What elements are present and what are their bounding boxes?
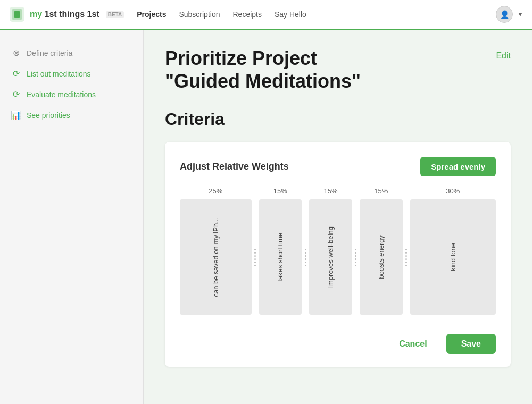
weight-bar-4[interactable]: kind tone [410, 199, 496, 315]
priorities-icon: 📊 [11, 110, 21, 120]
sidebar-item-evaluate[interactable]: ⟳ Evaluate meditations [0, 84, 143, 105]
weight-pct-2: 15% [324, 187, 338, 195]
page-header: Prioritize Project "Guided Meditations" … [165, 47, 511, 92]
nav-links: Projects Subscription Receipts Say Hello [137, 10, 496, 19]
nav-receipts[interactable]: Receipts [232, 10, 261, 19]
weight-pct-0: 25% [209, 187, 222, 195]
weight-bar-0[interactable]: can be saved on my iPh... [180, 199, 252, 315]
spread-evenly-button[interactable]: Spread evenly [420, 157, 496, 176]
card-footer: Cancel Save [180, 327, 496, 354]
define-criteria-icon: ⊗ [11, 48, 21, 58]
weight-label-2: improves well-being [322, 222, 339, 292]
list-meditations-icon: ⟳ [11, 69, 21, 79]
drag-handle-0[interactable] [252, 187, 259, 315]
app-logo [9, 6, 26, 23]
weight-pct-1: 15% [273, 187, 287, 195]
page-title: Prioritize Project "Guided Meditations" [165, 47, 361, 92]
svg-rect-2 [14, 11, 20, 18]
save-button[interactable]: Save [446, 334, 496, 354]
section-title: Criteria [165, 110, 511, 129]
main-layout: ⊗ Define criteria ⟳ List out meditations… [0, 30, 532, 404]
weight-label-4: kind tone [445, 239, 461, 275]
drag-handle-2[interactable] [352, 187, 360, 315]
nav-subscription[interactable]: Subscription [179, 10, 220, 19]
weight-column-2: 15%improves well-being [309, 187, 352, 315]
drag-handle-1[interactable] [302, 187, 309, 315]
sidebar-item-label-evaluate: Evaluate meditations [27, 90, 96, 99]
criteria-card: Adjust Relative Weights Spread evenly 25… [165, 142, 511, 367]
sidebar-item-label-list: List out meditations [27, 70, 91, 78]
sidebar-item-label-priorities: See priorities [27, 111, 70, 120]
evaluate-icon: ⟳ [11, 89, 21, 99]
sidebar-item-define-criteria[interactable]: ⊗ Define criteria [0, 43, 143, 63]
weight-label-0: can be saved on my iPh... [207, 213, 224, 301]
weight-label-1: takes short time [272, 229, 288, 286]
weight-column-0: 25%can be saved on my iPh... [180, 187, 252, 315]
brand-label: my 1st things 1st [30, 10, 99, 19]
nav-say-hello[interactable]: Say Hello [275, 10, 306, 19]
cancel-button[interactable]: Cancel [388, 334, 437, 354]
sidebar-item-label-define: Define criteria [27, 49, 72, 57]
weight-pct-4: 30% [446, 187, 460, 195]
logo-area: my 1st things 1st BETA [9, 6, 124, 23]
nav-projects[interactable]: Projects [137, 10, 166, 19]
user-avatar[interactable]: 👤 [496, 6, 513, 23]
main-content: Prioritize Project "Guided Meditations" … [144, 30, 532, 404]
weight-label-3: boosts energy [373, 231, 389, 283]
beta-badge: BETA [106, 11, 124, 18]
sidebar-item-priorities[interactable]: 📊 See priorities [0, 105, 143, 125]
user-menu-arrow[interactable]: ▼ [517, 11, 523, 18]
weight-column-4: 30%kind tone [410, 187, 496, 315]
weight-pct-3: 15% [374, 187, 388, 195]
weight-bar-2[interactable]: improves well-being [309, 199, 352, 315]
sidebar-item-list-meditations[interactable]: ⟳ List out meditations [0, 63, 143, 84]
weight-bar-3[interactable]: boosts energy [360, 199, 403, 315]
edit-link[interactable]: Edit [496, 47, 511, 61]
weight-bar-1[interactable]: takes short time [259, 199, 302, 315]
drag-handle-3[interactable] [403, 187, 410, 315]
sidebar: ⊗ Define criteria ⟳ List out meditations… [0, 30, 144, 404]
adjust-weights-label: Adjust Relative Weights [180, 161, 289, 172]
weight-column-1: 15%takes short time [259, 187, 302, 315]
top-nav: my 1st things 1st BETA Projects Subscrip… [0, 0, 532, 30]
nav-right: 👤 ▼ [496, 6, 523, 23]
weights-container: 25%can be saved on my iPh...15%takes sho… [180, 187, 496, 315]
weight-column-3: 15%boosts energy [360, 187, 403, 315]
card-header: Adjust Relative Weights Spread evenly [180, 157, 496, 176]
